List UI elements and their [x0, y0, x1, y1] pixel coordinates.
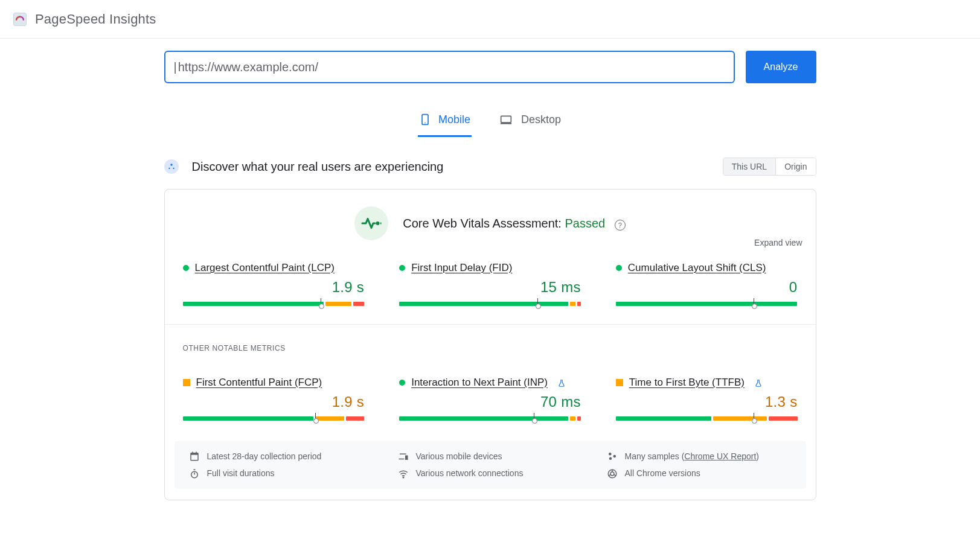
svg-point-1: [424, 123, 426, 124]
app-title: PageSpeed Insights: [35, 11, 156, 27]
distribution-bar: [616, 416, 798, 421]
metric-value: 1.3 s: [616, 393, 798, 410]
flask-icon: [557, 377, 566, 388]
stopwatch-icon: [189, 468, 200, 479]
divider: [165, 324, 816, 325]
bar-segment-good: [399, 302, 568, 306]
svg-point-4: [168, 168, 170, 169]
bar-segment-poor: [577, 302, 581, 306]
psi-logo-icon: [13, 13, 27, 26]
bar-segment-good: [183, 416, 313, 421]
metric-value: 70 ms: [399, 393, 581, 410]
bar-segment-good: [616, 416, 711, 421]
bar-segment-ni: [570, 416, 575, 421]
chrome-icon: [607, 468, 618, 479]
other-metrics-label: OTHER NOTABLE METRICS: [175, 333, 806, 355]
bar-segment-ni: [315, 416, 344, 421]
core-metrics: Largest Contentful Paint (LCP)1.9 sFirst…: [175, 240, 806, 316]
metric-name[interactable]: Time to First Byte (TTFB): [629, 377, 745, 389]
metric-name[interactable]: First Contentful Paint (FCP): [196, 377, 322, 389]
crux-report-link[interactable]: Chrome UX Report: [684, 451, 756, 461]
footer-network: Various network connections: [398, 468, 583, 479]
svg-point-5: [173, 168, 174, 169]
metric-name[interactable]: Largest Contentful Paint (LCP): [195, 262, 335, 274]
bar-segment-ni: [713, 416, 767, 421]
cwv-heading-row: Core Web Vitals Assessment: Passed ?: [175, 206, 806, 240]
scope-origin[interactable]: Origin: [775, 158, 815, 175]
bar-segment-good: [616, 302, 798, 306]
scope-toggle: This URL Origin: [723, 158, 816, 176]
bar-segment-poor: [346, 416, 364, 421]
tab-mobile-label: Mobile: [438, 113, 470, 126]
bar-segment-ni: [325, 302, 351, 306]
percentile-marker: [315, 413, 316, 418]
footer-period: Latest 28-day collection period: [189, 451, 374, 462]
metric-value: 1.9 s: [183, 279, 365, 296]
page-content: |https://www.example.com/ Analyze Mobile…: [164, 39, 816, 524]
metric: Cumulative Layout Shift (CLS)0: [616, 262, 798, 306]
distribution-bar: [183, 416, 365, 421]
tab-desktop[interactable]: Desktop: [497, 107, 562, 137]
expand-view-link[interactable]: Expand view: [754, 238, 802, 247]
metric-value: 0: [616, 279, 798, 296]
cwv-status: Passed: [565, 217, 606, 230]
svg-rect-2: [501, 116, 511, 123]
flask-icon: [754, 377, 763, 388]
footer-samples: Many samples (Chrome UX Report): [607, 451, 792, 462]
tab-desktop-label: Desktop: [521, 113, 561, 126]
percentile-marker: [754, 413, 754, 418]
footer-versions: All Chrome versions: [607, 468, 792, 479]
svg-point-3: [170, 164, 173, 166]
bar-segment-poor: [577, 416, 581, 421]
scope-thisurl[interactable]: This URL: [723, 158, 775, 175]
status-dot-good: [399, 380, 405, 386]
metric: Time to First Byte (TTFB)1.3 s: [616, 377, 798, 421]
status-square-warn: [616, 379, 623, 386]
bar-segment-poor: [769, 416, 798, 421]
cwv-card: Core Web Vitals Assessment: Passed ? Exp…: [164, 189, 816, 500]
analyze-button[interactable]: Analyze: [746, 51, 816, 83]
status-square-warn: [183, 379, 190, 386]
svg-point-7: [609, 453, 612, 456]
help-icon[interactable]: ?: [615, 220, 626, 231]
metric-name[interactable]: Cumulative Layout Shift (CLS): [628, 262, 766, 274]
footer-devices: Various mobile devices: [398, 451, 583, 462]
search-row: |https://www.example.com/ Analyze: [164, 51, 816, 83]
pulse-icon: [354, 206, 388, 240]
percentile-marker: [534, 413, 534, 418]
other-metrics: First Contentful Paint (FCP)1.9 sInterac…: [175, 355, 806, 430]
bar-segment-ni: [570, 302, 575, 306]
svg-point-13: [610, 472, 614, 476]
distribution-bar: [616, 302, 798, 306]
url-input[interactable]: |https://www.example.com/: [164, 51, 735, 83]
svg-point-8: [613, 455, 616, 458]
discover-row: Discover what your real users are experi…: [164, 158, 816, 176]
network-icon: [398, 468, 409, 479]
footer-duration: Full visit durations: [189, 468, 374, 479]
metric: Largest Contentful Paint (LCP)1.9 s: [183, 262, 365, 306]
devices-icon: [398, 451, 409, 462]
bar-segment-good: [183, 302, 324, 306]
svg-point-6: [376, 221, 380, 225]
distribution-bar: [399, 302, 581, 306]
metric-value: 1.9 s: [183, 393, 365, 410]
url-value: https://www.example.com/: [178, 60, 318, 74]
distribution-bar: [399, 416, 581, 421]
cwv-title: Core Web Vitals Assessment: Passed ?: [403, 217, 626, 231]
bar-segment-good: [399, 416, 568, 421]
distribution-bar: [183, 302, 365, 306]
device-tabs: Mobile Desktop: [164, 107, 816, 137]
discover-title: Discover what your real users are experi…: [192, 160, 444, 174]
metric-name[interactable]: First Input Delay (FID): [411, 262, 512, 274]
percentile-marker: [321, 298, 321, 304]
metric-name[interactable]: Interaction to Next Paint (INP): [411, 377, 548, 389]
metric-value: 15 ms: [399, 279, 581, 296]
svg-point-9: [609, 457, 612, 460]
status-dot-good: [183, 265, 189, 271]
calendar-icon: [189, 451, 200, 462]
desktop-icon: [498, 113, 514, 126]
samples-icon: [607, 451, 618, 462]
percentile-marker: [754, 298, 754, 304]
status-dot-good: [616, 265, 622, 271]
tab-mobile[interactable]: Mobile: [418, 107, 472, 137]
